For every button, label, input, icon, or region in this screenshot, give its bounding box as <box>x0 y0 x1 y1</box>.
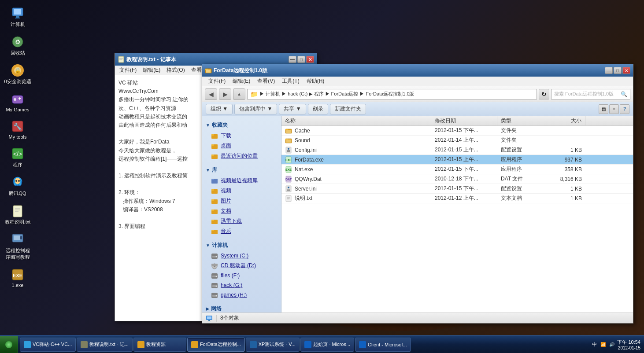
taskbar-item[interactable]: VC驿站-C++ VC... <box>20 338 76 352</box>
refresh-button[interactable]: ↻ <box>539 89 549 99</box>
desktop-icon-qq[interactable]: 腾讯QQ <box>2 173 33 199</box>
videolibrary-icon <box>211 177 218 184</box>
desktop-folder-icon <box>211 143 218 150</box>
share-button[interactable]: 共享 ▼ <box>279 104 306 114</box>
notepad-minimize-button[interactable]: — <box>289 56 296 63</box>
col-header-type[interactable]: 类型 <box>497 116 550 125</box>
taskbar-item-icon <box>81 341 88 348</box>
tray-ime-icon[interactable]: 中 <box>591 341 598 348</box>
file-name-text: QQWry.Dat <box>295 176 322 182</box>
sidebar-item-drive-d[interactable]: CD 驱动器 (D:) <box>202 261 281 271</box>
taskbar-item[interactable]: Client - Microsof... <box>355 338 411 352</box>
sidebar-item-videolibrary[interactable]: 视频最近视频库 <box>202 176 281 186</box>
forward-button[interactable]: ▶ <box>219 88 231 100</box>
up-button[interactable]: ▲ <box>233 88 245 100</box>
sidebar-section-network[interactable]: ▶ 网络 <box>202 303 281 313</box>
col-header-date[interactable]: 修改日期 <box>431 116 497 125</box>
sidebar-item-system-c[interactable]: System (C:) <box>202 251 281 261</box>
tray-date-text: 2012-01-15 <box>617 346 640 350</box>
explorer-titlebar[interactable]: ForData远程控制1.0版 — □ ✕ <box>202 64 633 77</box>
explorer-close-button[interactable]: ✕ <box>622 67 630 74</box>
svg-point-22 <box>18 180 20 182</box>
col-header-size[interactable]: 大小 <box>550 116 585 125</box>
table-row[interactable]: 说明.txt 2012-01-12 上午... 文本文档 1 KB <box>281 194 633 203</box>
file-icon <box>285 195 292 202</box>
sidebar-section-libraries[interactable]: ▼ 库 <box>202 165 281 176</box>
notepad-close-button[interactable]: ✕ <box>306 56 314 63</box>
sidebar-section-computer[interactable]: ▼ 计算机 <box>202 240 281 251</box>
desktop-icon-tools[interactable]: 🔧 My tools <box>2 118 33 141</box>
sidebar-section-favorites[interactable]: ▼ 收藏夹 <box>202 120 281 131</box>
svg-text:EXE: EXE <box>285 158 292 162</box>
explorer-maximize-button[interactable]: □ <box>614 67 622 74</box>
libraries-arrow-icon: ▼ <box>206 168 210 173</box>
tray-network-icon[interactable]: 📶 <box>600 341 607 348</box>
address-bar[interactable]: 📁 ▶ 计算机 ▶ hack (G:) ▶ 程序 ▶ ForData远控 ▶ F… <box>247 89 537 99</box>
sidebar-item-drive-f[interactable]: files (F:) <box>202 271 281 280</box>
include-in-library-button[interactable]: 包含到库中 ▼ <box>234 104 277 114</box>
notepad-menu-edit[interactable]: 编辑(E) <box>140 66 163 75</box>
view-details-button[interactable]: ≡ <box>609 104 619 114</box>
taskbar-item[interactable]: XP测试系统 - V... <box>246 338 300 352</box>
back-button[interactable]: ◀ <box>205 88 217 100</box>
table-row[interactable]: DAT QQWry.Dat 2010-12-18 下午... DAT 文件 8,… <box>281 174 633 184</box>
sidebar-item-desktop[interactable]: 桌面 <box>202 141 281 151</box>
sidebar-item-download[interactable]: 下载 <box>202 131 281 141</box>
view-toggle-button[interactable]: ▤ <box>599 104 608 114</box>
svg-rect-52 <box>211 210 214 211</box>
sidebar-item-recent[interactable]: 最近访问的位置 <box>202 151 281 161</box>
drive-d-icon <box>211 262 218 269</box>
desktop-icon-browser[interactable]: 🔒 0安全浏览适 <box>2 62 33 87</box>
help-button[interactable]: ? <box>620 104 629 114</box>
drive-c-icon <box>211 252 218 259</box>
taskbar-item[interactable]: 起始页 - Micros... <box>300 338 354 352</box>
taskbar-item[interactable]: ForData远程控制... <box>187 338 245 352</box>
file-list: Cache 2012-01-15 下午... 文件夹 Sound 2012-01… <box>281 126 633 313</box>
explorer-menu-view[interactable]: 查看(V) <box>254 77 278 86</box>
start-button[interactable] <box>0 336 18 353</box>
new-folder-button[interactable]: 新建文件夹 <box>330 104 366 114</box>
taskbar-item[interactable]: 教程说明.txt - 记... <box>77 338 133 352</box>
explorer-menu-help[interactable]: 帮助(H) <box>303 77 328 86</box>
col-header-name[interactable]: 名称 <box>281 116 431 125</box>
table-row[interactable]: Server.ini 2012-01-15 下午... 配置设置 1 KB <box>281 184 633 194</box>
notepad-maximize-button[interactable]: □ <box>297 56 305 63</box>
search-bar[interactable]: 搜索 ForData远程控制1.0版 🔍 <box>551 89 630 99</box>
organize-button[interactable]: 组织 ▼ <box>206 104 233 114</box>
tray-clock[interactable]: 下午 10:54 2012-01-15 <box>617 339 640 350</box>
sidebar-item-drive-g[interactable]: hack (G:) <box>202 280 281 290</box>
desktop-icon-exe[interactable]: EXE 1.exe <box>2 266 33 290</box>
sidebar-item-music[interactable]: 音乐 <box>202 226 281 236</box>
sidebar-item-pictures[interactable]: 图片 <box>202 196 281 206</box>
svg-text:EXE: EXE <box>13 273 22 278</box>
svg-rect-29 <box>20 236 22 239</box>
explorer-menu-file[interactable]: 文件(F) <box>205 77 229 86</box>
desktop-icon-tutorialtxt[interactable]: 教程说明.txt <box>2 202 33 227</box>
explorer-menu-edit[interactable]: 编辑(E) <box>229 77 254 86</box>
taskbar-item[interactable]: 教程资源 <box>133 338 186 352</box>
svg-rect-46 <box>211 179 214 180</box>
desktop-icon-prog[interactable]: </> 程序 <box>2 145 33 170</box>
desktop-icon-recycle[interactable]: ♻ 回收站 <box>2 33 33 58</box>
explorer-menu-tools[interactable]: 工具(T) <box>278 77 303 86</box>
table-row[interactable]: EXE ForData.exe 2012-01-15 上午... 应用程序 93… <box>281 155 633 165</box>
sidebar-item-xunlei[interactable]: 迅雷下载 <box>202 216 281 226</box>
table-row[interactable]: Sound 2012-01-14 上午... 文件夹 <box>281 136 633 145</box>
desktop-icon-computer[interactable]: 计算机 <box>2 4 33 29</box>
libraries-label: 库 <box>212 166 217 174</box>
burn-button[interactable]: 刻录 <box>308 104 328 114</box>
table-row[interactable]: Config.ini 2012-01-15 上午... 配置设置 1 KB <box>281 145 633 155</box>
notepad-menu-format[interactable]: 格式(O) <box>164 66 187 75</box>
sidebar-item-documents[interactable]: 文档 <box>202 206 281 216</box>
sidebar-item-drive-h[interactable]: games (H:) <box>202 290 281 300</box>
svg-rect-80 <box>287 150 290 151</box>
table-row[interactable]: Cache 2012-01-15 下午... 文件夹 <box>281 126 633 136</box>
explorer-minimize-button[interactable]: — <box>605 67 613 74</box>
tray-volume-icon[interactable]: 🔊 <box>608 341 615 348</box>
desktop-icon-games[interactable]: My Games <box>2 90 33 114</box>
desktop-icon-remote[interactable]: 远程控制程序编写教程 <box>2 231 33 262</box>
table-row[interactable]: EXE Nat.exe 2012-01-15 下午... 应用程序 358 KB <box>281 165 633 174</box>
notepad-menu-file[interactable]: 文件(F) <box>117 66 139 75</box>
favorites-arrow-icon: ▼ <box>206 123 210 128</box>
sidebar-item-video[interactable]: 视频 <box>202 186 281 196</box>
